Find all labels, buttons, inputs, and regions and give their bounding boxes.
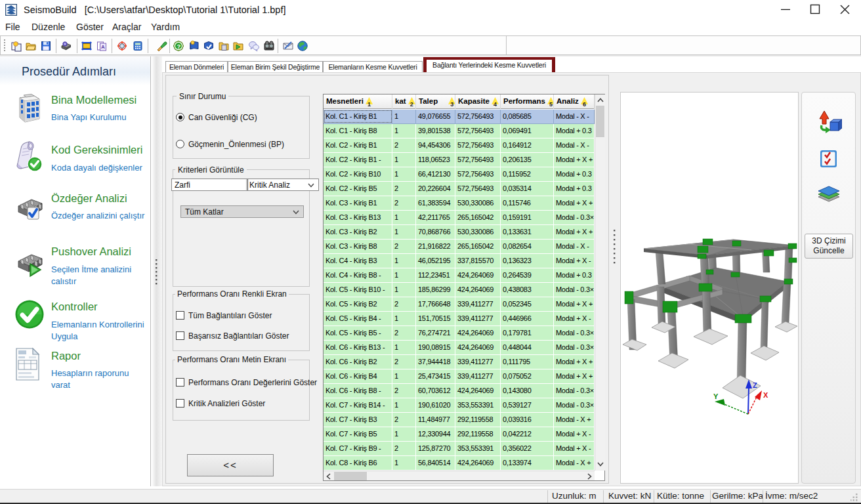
svg-text:X: X xyxy=(763,391,768,399)
svg-text:Z: Z xyxy=(753,381,757,389)
svg-text:?: ? xyxy=(177,43,181,50)
svg-text:A: A xyxy=(101,44,105,50)
svg-text:Y: Y xyxy=(713,392,719,400)
